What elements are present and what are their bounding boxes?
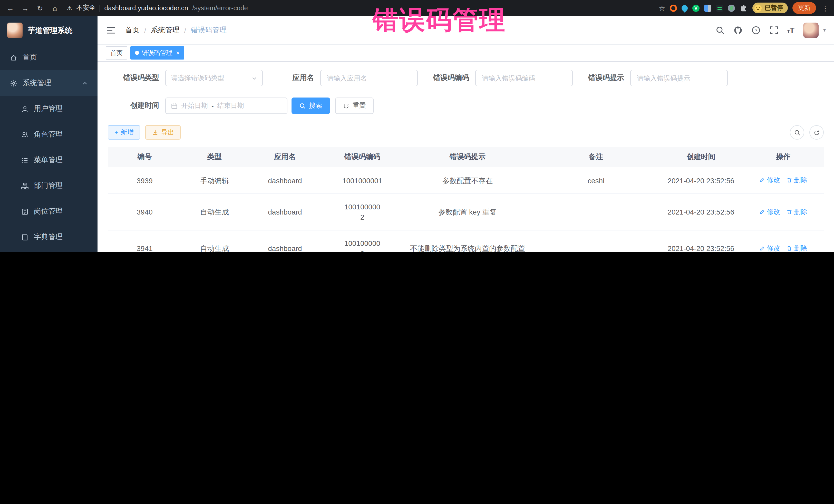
- cell-time: 2021-04-20 23:52:56: [659, 194, 743, 230]
- extensions-puzzle-icon[interactable]: [740, 4, 748, 12]
- sidebar-item-users[interactable]: 用户管理: [0, 96, 97, 122]
- logo-row[interactable]: 芋道管理系统: [0, 16, 97, 45]
- sidebar-item-label: 系统管理: [23, 79, 51, 88]
- tag-home[interactable]: 首页: [106, 46, 127, 60]
- annotation-overlay-text: 错误码管理: [373, 3, 506, 38]
- sidebar-item-label: 首页: [23, 53, 37, 62]
- avatar[interactable]: [803, 22, 819, 38]
- refresh-icon: [813, 129, 820, 136]
- app-name-input[interactable]: [320, 70, 418, 86]
- cell-app: dashboard: [247, 194, 323, 230]
- sidebar-item-roles[interactable]: 角色管理: [0, 122, 97, 147]
- calendar-icon: [171, 103, 178, 109]
- browser-home-icon[interactable]: ⌂: [50, 4, 60, 12]
- book-icon: [21, 233, 29, 241]
- cell-type: 手动编辑: [181, 167, 247, 194]
- search-button-label: 搜索: [309, 101, 322, 110]
- reload-icon[interactable]: ↻: [35, 4, 45, 12]
- extension-icon-1[interactable]: [670, 4, 677, 12]
- error-type-select[interactable]: 请选择错误码类型: [165, 70, 263, 86]
- add-button-label: 新增: [121, 128, 134, 137]
- export-button[interactable]: 导出: [146, 125, 181, 139]
- filter-error-code: 错误码编码: [418, 70, 573, 86]
- refresh-table-button[interactable]: [809, 125, 824, 139]
- header-actions: 操作: [743, 147, 824, 167]
- browser-menu-icon[interactable]: ⋮: [822, 4, 829, 12]
- cell-time: 2021-04-20 23:52:56: [659, 230, 743, 252]
- delete-link[interactable]: 删除: [786, 243, 807, 252]
- extension-icon-3[interactable]: V: [692, 4, 700, 12]
- edit-link[interactable]: 修改: [759, 243, 780, 252]
- sidebar-item-home[interactable]: 首页: [0, 45, 97, 70]
- delete-link[interactable]: 删除: [786, 206, 807, 217]
- delete-link[interactable]: 删除: [786, 175, 807, 185]
- search-button[interactable]: 搜索: [291, 97, 330, 114]
- header-type: 类型: [181, 147, 247, 167]
- edit-link[interactable]: 修改: [759, 206, 780, 217]
- header-remark: 备注: [533, 147, 659, 167]
- sidebar-menu: 首页 系统管理 用户管理 角色管理 菜单管理: [0, 45, 97, 252]
- url-path: /system/error-code: [192, 4, 248, 12]
- breadcrumb-home[interactable]: 首页: [125, 25, 139, 35]
- org-tree-icon: [21, 182, 29, 190]
- update-button[interactable]: 更新: [792, 2, 816, 14]
- breadcrumb-separator: /: [144, 26, 146, 34]
- header-code: 错误码编码: [323, 147, 402, 167]
- address-bar[interactable]: ⚠ 不安全 dashboard.yudao.iocoder.cn/system/…: [67, 4, 654, 12]
- cell-app: dashboard: [247, 167, 323, 194]
- sidebar-item-label: 岗位管理: [34, 207, 63, 216]
- search-icon[interactable]: [716, 25, 725, 35]
- extension-icon-2[interactable]: [680, 4, 689, 12]
- trash-icon: [786, 177, 792, 183]
- cell-remark: [533, 194, 659, 230]
- extension-icon-4[interactable]: [704, 4, 711, 12]
- fullscreen-icon[interactable]: [769, 25, 778, 35]
- cell-time: 2021-04-20 23:52:56: [659, 167, 743, 194]
- reset-button[interactable]: 重置: [335, 97, 374, 114]
- bookmark-star-icon[interactable]: ☆: [659, 4, 665, 12]
- extension-icon-5[interactable]: [716, 4, 723, 12]
- date-range-picker[interactable]: 开始日期 - 结束日期: [165, 97, 287, 114]
- sidebar-item-dictionary[interactable]: 字典管理: [0, 224, 97, 250]
- logo-image: [7, 23, 23, 38]
- cell-id: 3941: [108, 230, 181, 252]
- back-icon[interactable]: ←: [5, 4, 15, 12]
- edit-icon: [759, 177, 765, 183]
- delete-link-label: 删除: [794, 206, 807, 217]
- sidebar-item-menus[interactable]: 菜单管理: [0, 147, 97, 173]
- main-area: 首页 / 系统管理 / 错误码管理 ? тT ▾: [97, 16, 834, 252]
- forward-icon[interactable]: →: [20, 4, 30, 12]
- sidebar-item-system[interactable]: 系统管理: [0, 70, 97, 96]
- profile-chip[interactable]: 已暂停: [752, 3, 788, 13]
- help-icon[interactable]: ?: [751, 25, 761, 35]
- sidebar-item-posts[interactable]: 岗位管理: [0, 199, 97, 224]
- hamburger-icon[interactable]: [106, 25, 116, 35]
- font-size-icon[interactable]: тT: [787, 25, 794, 35]
- tag-close-icon[interactable]: ×: [176, 49, 180, 57]
- sidebar-item-departments[interactable]: 部门管理: [0, 173, 97, 199]
- edit-link[interactable]: 修改: [759, 175, 780, 185]
- edit-link-label: 修改: [767, 175, 780, 185]
- toggle-search-button[interactable]: [790, 125, 804, 139]
- error-code-input[interactable]: [475, 70, 573, 86]
- error-hint-input[interactable]: [630, 70, 728, 86]
- table-row: 3940 自动生成 dashboard 100100000 2 参数配置 key…: [108, 194, 824, 230]
- svg-text:?: ?: [755, 28, 757, 33]
- download-icon: [152, 129, 159, 136]
- date-start-placeholder: 开始日期: [181, 101, 208, 110]
- tag-error-code[interactable]: 错误码管理 ×: [130, 46, 184, 60]
- breadcrumb: 首页 / 系统管理 / 错误码管理: [125, 25, 227, 35]
- cell-actions: 修改 删除: [743, 167, 824, 194]
- extension-icon-6[interactable]: [728, 4, 735, 12]
- cell-hint: 参数配置不存在: [402, 167, 533, 194]
- edit-link-label: 修改: [767, 243, 780, 252]
- breadcrumb-system[interactable]: 系统管理: [151, 25, 180, 35]
- badge-icon: [21, 207, 29, 215]
- date-end-placeholder: 结束日期: [217, 101, 244, 110]
- tag-label: 错误码管理: [142, 48, 172, 57]
- cell-code: 100100000 3: [323, 230, 402, 252]
- add-button[interactable]: + 新增: [108, 125, 140, 139]
- github-icon[interactable]: [733, 25, 743, 35]
- caret-down-icon[interactable]: ▾: [823, 27, 826, 33]
- sidebar-item-notices[interactable]: 通知公告: [0, 250, 97, 252]
